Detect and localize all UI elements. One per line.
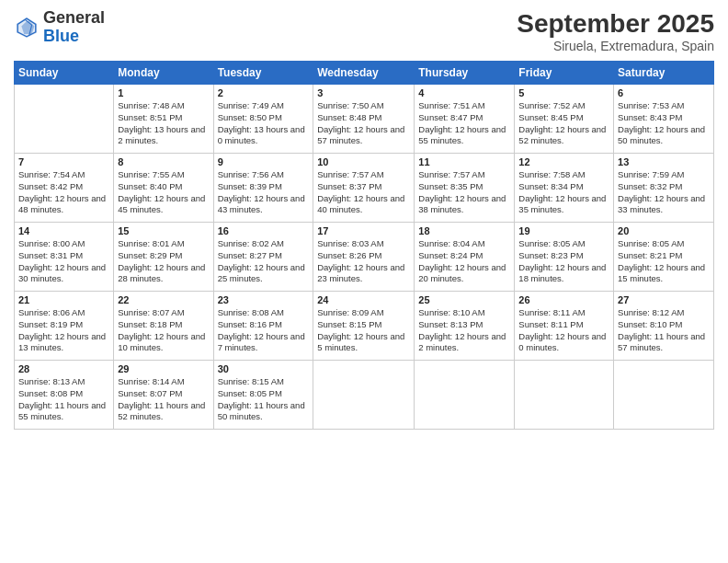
day-info: Sunrise: 8:11 AMSunset: 8:11 PMDaylight:…	[518, 307, 609, 354]
day-info: Sunrise: 7:58 AMSunset: 8:34 PMDaylight:…	[518, 169, 609, 216]
location: Siruela, Extremadura, Spain	[517, 39, 714, 53]
calendar-cell: 10Sunrise: 7:57 AMSunset: 8:37 PMDayligh…	[313, 154, 415, 223]
header: General Blue September 2025 Siruela, Ext…	[14, 9, 714, 53]
day-number: 26	[518, 294, 609, 305]
day-info: Sunrise: 8:12 AMSunset: 8:10 PMDaylight:…	[618, 307, 710, 354]
calendar-cell: 6Sunrise: 7:53 AMSunset: 8:43 PMDaylight…	[614, 85, 714, 154]
day-number: 13	[618, 156, 710, 167]
calendar-table: SundayMondayTuesdayWednesdayThursdayFrid…	[14, 61, 714, 430]
calendar-cell: 12Sunrise: 7:58 AMSunset: 8:34 PMDayligh…	[515, 154, 614, 223]
day-number: 14	[18, 225, 109, 236]
calendar-cell: 24Sunrise: 8:09 AMSunset: 8:15 PMDayligh…	[313, 292, 415, 361]
day-info: Sunrise: 8:03 AMSunset: 8:26 PMDaylight:…	[317, 238, 410, 285]
day-info: Sunrise: 8:06 AMSunset: 8:19 PMDaylight:…	[18, 307, 109, 354]
logo: General Blue	[14, 9, 105, 46]
day-info: Sunrise: 8:08 AMSunset: 8:16 PMDaylight:…	[218, 307, 310, 354]
day-info: Sunrise: 7:52 AMSunset: 8:45 PMDaylight:…	[518, 100, 609, 147]
calendar-cell: 4Sunrise: 7:51 AMSunset: 8:47 PMDaylight…	[415, 85, 515, 154]
calendar-week-row: 1Sunrise: 7:48 AMSunset: 8:51 PMDaylight…	[15, 85, 714, 154]
day-info: Sunrise: 8:15 AMSunset: 8:05 PMDaylight:…	[218, 376, 310, 423]
day-info: Sunrise: 8:10 AMSunset: 8:13 PMDaylight:…	[418, 307, 510, 354]
day-info: Sunrise: 7:55 AMSunset: 8:40 PMDaylight:…	[118, 169, 209, 216]
day-number: 16	[218, 225, 310, 236]
day-number: 6	[618, 87, 710, 98]
calendar-week-row: 14Sunrise: 8:00 AMSunset: 8:31 PMDayligh…	[15, 223, 714, 292]
calendar-cell	[515, 361, 614, 430]
day-info: Sunrise: 8:07 AMSunset: 8:18 PMDaylight:…	[118, 307, 209, 354]
day-info: Sunrise: 7:51 AMSunset: 8:47 PMDaylight:…	[418, 100, 510, 147]
calendar-cell: 15Sunrise: 8:01 AMSunset: 8:29 PMDayligh…	[114, 223, 213, 292]
calendar-cell: 17Sunrise: 8:03 AMSunset: 8:26 PMDayligh…	[313, 223, 415, 292]
calendar-cell	[614, 361, 714, 430]
day-info: Sunrise: 8:02 AMSunset: 8:27 PMDaylight:…	[218, 238, 310, 285]
weekday-header: Wednesday	[313, 62, 415, 85]
calendar-cell: 21Sunrise: 8:06 AMSunset: 8:19 PMDayligh…	[15, 292, 114, 361]
day-number: 12	[518, 156, 609, 167]
calendar-week-row: 28Sunrise: 8:13 AMSunset: 8:08 PMDayligh…	[15, 361, 714, 430]
calendar-cell: 5Sunrise: 7:52 AMSunset: 8:45 PMDaylight…	[515, 85, 614, 154]
calendar-week-row: 21Sunrise: 8:06 AMSunset: 8:19 PMDayligh…	[15, 292, 714, 361]
calendar-week-row: 7Sunrise: 7:54 AMSunset: 8:42 PMDaylight…	[15, 154, 714, 223]
day-number: 21	[18, 294, 109, 305]
day-number: 15	[118, 225, 209, 236]
weekday-header: Saturday	[614, 62, 714, 85]
day-number: 5	[518, 87, 609, 98]
day-number: 28	[18, 363, 109, 374]
calendar-cell	[415, 361, 515, 430]
calendar-cell: 1Sunrise: 7:48 AMSunset: 8:51 PMDaylight…	[114, 85, 213, 154]
day-number: 1	[118, 87, 209, 98]
weekday-header: Friday	[515, 62, 614, 85]
weekday-header: Sunday	[15, 62, 114, 85]
day-info: Sunrise: 7:57 AMSunset: 8:35 PMDaylight:…	[418, 169, 510, 216]
day-number: 20	[618, 225, 710, 236]
calendar-cell: 7Sunrise: 7:54 AMSunset: 8:42 PMDaylight…	[15, 154, 114, 223]
calendar-cell: 11Sunrise: 7:57 AMSunset: 8:35 PMDayligh…	[415, 154, 515, 223]
title-block: September 2025 Siruela, Extremadura, Spa…	[517, 9, 714, 53]
calendar-cell: 14Sunrise: 8:00 AMSunset: 8:31 PMDayligh…	[15, 223, 114, 292]
day-number: 10	[317, 156, 410, 167]
day-info: Sunrise: 8:09 AMSunset: 8:15 PMDaylight:…	[317, 307, 410, 354]
calendar-cell: 28Sunrise: 8:13 AMSunset: 8:08 PMDayligh…	[15, 361, 114, 430]
day-info: Sunrise: 7:49 AMSunset: 8:50 PMDaylight:…	[218, 100, 310, 147]
day-number: 23	[218, 294, 310, 305]
page-container: General Blue September 2025 Siruela, Ext…	[0, 0, 728, 439]
day-number: 17	[317, 225, 410, 236]
calendar-cell: 22Sunrise: 8:07 AMSunset: 8:18 PMDayligh…	[114, 292, 213, 361]
day-number: 4	[418, 87, 510, 98]
day-info: Sunrise: 8:04 AMSunset: 8:24 PMDaylight:…	[418, 238, 510, 285]
day-number: 22	[118, 294, 209, 305]
day-info: Sunrise: 7:48 AMSunset: 8:51 PMDaylight:…	[118, 100, 209, 147]
day-number: 8	[118, 156, 209, 167]
day-number: 11	[418, 156, 510, 167]
calendar-cell: 25Sunrise: 8:10 AMSunset: 8:13 PMDayligh…	[415, 292, 515, 361]
day-number: 29	[118, 363, 209, 374]
logo-icon	[14, 15, 40, 40]
day-info: Sunrise: 8:14 AMSunset: 8:07 PMDaylight:…	[118, 376, 209, 423]
day-info: Sunrise: 7:56 AMSunset: 8:39 PMDaylight:…	[218, 169, 310, 216]
day-info: Sunrise: 8:01 AMSunset: 8:29 PMDaylight:…	[118, 238, 209, 285]
calendar-cell: 30Sunrise: 8:15 AMSunset: 8:05 PMDayligh…	[213, 361, 313, 430]
calendar-cell	[313, 361, 415, 430]
calendar-cell: 13Sunrise: 7:59 AMSunset: 8:32 PMDayligh…	[614, 154, 714, 223]
header-row: SundayMondayTuesdayWednesdayThursdayFrid…	[15, 62, 714, 85]
month-title: September 2025	[517, 9, 714, 39]
day-number: 19	[518, 225, 609, 236]
day-info: Sunrise: 8:00 AMSunset: 8:31 PMDaylight:…	[18, 238, 109, 285]
calendar-cell: 23Sunrise: 8:08 AMSunset: 8:16 PMDayligh…	[213, 292, 313, 361]
calendar-cell: 18Sunrise: 8:04 AMSunset: 8:24 PMDayligh…	[415, 223, 515, 292]
calendar-cell: 2Sunrise: 7:49 AMSunset: 8:50 PMDaylight…	[213, 85, 313, 154]
calendar-cell: 29Sunrise: 8:14 AMSunset: 8:07 PMDayligh…	[114, 361, 213, 430]
calendar-cell	[15, 85, 114, 154]
day-number: 27	[618, 294, 710, 305]
calendar-cell: 8Sunrise: 7:55 AMSunset: 8:40 PMDaylight…	[114, 154, 213, 223]
day-info: Sunrise: 7:54 AMSunset: 8:42 PMDaylight:…	[18, 169, 109, 216]
day-number: 9	[218, 156, 310, 167]
weekday-header: Monday	[114, 62, 213, 85]
day-info: Sunrise: 7:57 AMSunset: 8:37 PMDaylight:…	[317, 169, 410, 216]
day-number: 25	[418, 294, 510, 305]
calendar-cell: 9Sunrise: 7:56 AMSunset: 8:39 PMDaylight…	[213, 154, 313, 223]
calendar-cell: 3Sunrise: 7:50 AMSunset: 8:48 PMDaylight…	[313, 85, 415, 154]
weekday-header: Thursday	[415, 62, 515, 85]
day-info: Sunrise: 8:05 AMSunset: 8:21 PMDaylight:…	[618, 238, 710, 285]
day-number: 7	[18, 156, 109, 167]
